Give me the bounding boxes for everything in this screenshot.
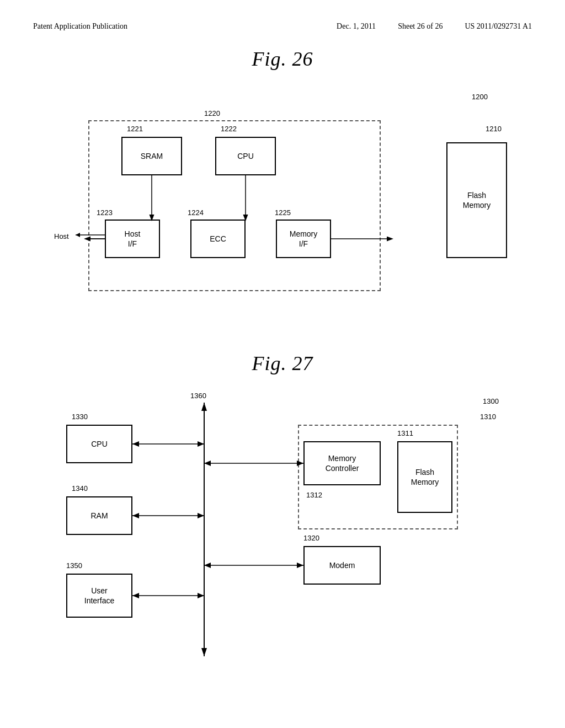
svg-marker-18	[132, 593, 139, 598]
patent-label: US 2011/0292731 A1	[465, 22, 532, 31]
page: Patent Application Publication Dec. 1, 2…	[0, 0, 565, 728]
ref-1310: 1310	[480, 413, 496, 421]
svg-marker-15	[132, 513, 139, 518]
ref-1200: 1200	[472, 93, 488, 101]
ref-1210: 1210	[486, 125, 502, 133]
flash-memory-box-1311: FlashMemory	[397, 441, 452, 513]
modem-box: Modem	[303, 546, 381, 585]
ram-box: RAM	[66, 496, 132, 535]
host-label: Host	[54, 232, 69, 240]
publication-label: Patent Application Publication	[33, 22, 127, 30]
ref-1340: 1340	[72, 484, 88, 493]
ref-1320: 1320	[303, 534, 319, 542]
ref-1350: 1350	[66, 561, 82, 570]
svg-marker-8	[201, 403, 207, 411]
ref-1221: 1221	[127, 125, 143, 133]
ref-1360: 1360	[190, 392, 206, 400]
sheet-label: Sheet 26 of 26	[398, 22, 443, 31]
svg-marker-17	[198, 593, 204, 598]
fig26-diagram: 1200 1220 FlashMemory 1210 SRAM 1221 CPU…	[33, 87, 532, 319]
host-if-box: HostI/F	[105, 220, 160, 258]
ref-1330: 1330	[72, 413, 88, 421]
svg-marker-6	[76, 233, 80, 237]
page-header: Patent Application Publication Dec. 1, 2…	[33, 22, 532, 31]
cpu-box-1330: CPU	[66, 425, 132, 463]
fig27-title: Fig. 27	[33, 352, 532, 375]
ref-1311: 1311	[397, 429, 413, 437]
svg-marker-21	[204, 461, 211, 466]
svg-marker-14	[198, 513, 204, 518]
flash-memory-box-1210: FlashMemory	[446, 142, 507, 258]
header-center: Dec. 1, 2011 Sheet 26 of 26 US 2011/0292…	[337, 22, 532, 31]
memory-if-box: MemoryI/F	[276, 220, 331, 258]
svg-marker-24	[204, 563, 211, 568]
ref-1220: 1220	[204, 109, 220, 117]
cpu-box-1222: CPU	[215, 137, 276, 175]
svg-marker-11	[198, 441, 204, 447]
ref-1300: 1300	[483, 397, 499, 405]
user-interface-box: UserInterface	[66, 574, 132, 618]
sram-box: SRAM	[121, 137, 182, 175]
header-left: Patent Application Publication	[33, 22, 127, 31]
svg-marker-23	[297, 563, 303, 568]
ecc-box: ECC	[190, 220, 246, 258]
date-label: Dec. 1, 2011	[337, 22, 376, 31]
fig26-title: Fig. 26	[33, 47, 532, 71]
ref-1222: 1222	[221, 125, 237, 133]
ref-1223: 1223	[97, 208, 113, 217]
ref-1312: 1312	[306, 491, 322, 499]
ref-1224: 1224	[188, 208, 204, 217]
svg-marker-9	[201, 648, 207, 656]
fig27-diagram: 1300 CPU 1330 RAM 1340 UserInterface 135…	[33, 392, 532, 667]
svg-marker-12	[132, 441, 139, 447]
ref-1225: 1225	[275, 208, 291, 217]
memory-controller-box: MemoryController	[303, 441, 381, 485]
